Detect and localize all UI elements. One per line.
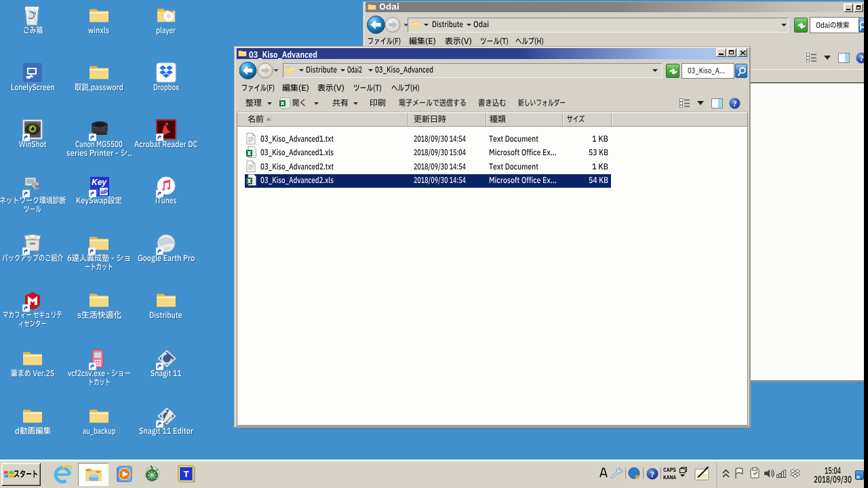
svg-text:?: ? (733, 98, 737, 108)
svg-text:aP: aP (100, 188, 108, 195)
svg-text:?: ? (155, 466, 159, 474)
svg-text:?: ? (860, 53, 864, 62)
svg-text:Key: Key (92, 178, 107, 187)
svg-text:?: ? (650, 470, 654, 479)
svg-text:T: T (184, 469, 189, 479)
